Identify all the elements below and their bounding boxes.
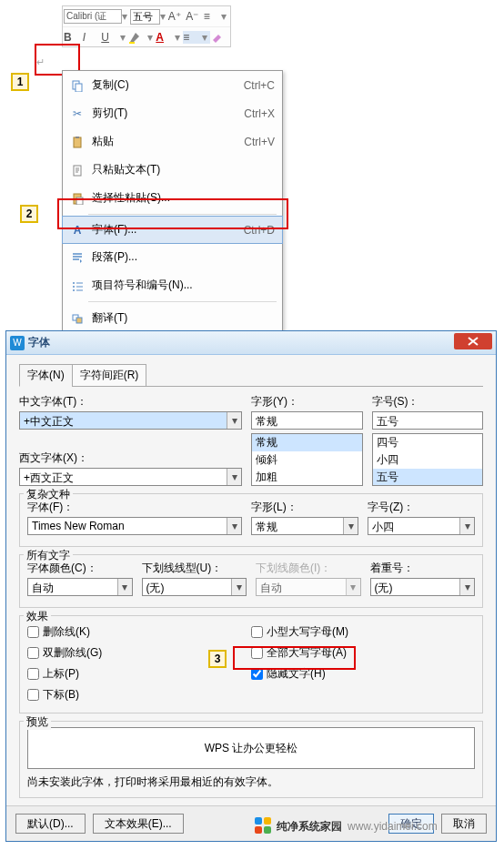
list-icon xyxy=(68,279,86,292)
menu-bullets[interactable]: 项目符号和编号(N)... xyxy=(63,271,282,299)
list-item[interactable]: 小四 xyxy=(373,451,483,469)
font-name-selector[interactable]: Calibri (证 xyxy=(64,9,122,24)
bold-button[interactable]: B xyxy=(64,31,83,44)
dialog-titlebar: W 字体 xyxy=(6,331,496,355)
chevron-down-icon: ▾ xyxy=(227,469,241,485)
dropdown-icon[interactable]: ▾ xyxy=(202,31,210,44)
list-item[interactable]: 倾斜 xyxy=(252,451,362,469)
style-input[interactable]: 常规 xyxy=(251,411,363,430)
style-listbox[interactable]: 常规 倾斜 加粗 xyxy=(251,433,363,486)
step-2-badge: 2 xyxy=(20,205,38,223)
tab-font[interactable]: 字体(N) xyxy=(19,364,73,387)
menu-paste[interactable]: 粘贴 Ctrl+V xyxy=(63,127,282,156)
svg-rect-0 xyxy=(129,42,135,44)
menu-label: 粘贴 xyxy=(86,134,244,149)
list-item[interactable]: 五号 xyxy=(373,469,483,486)
menu-cut[interactable]: ✂ 剪切(T) Ctrl+X xyxy=(63,99,282,127)
app-icon: W xyxy=(10,336,25,350)
chk-strike[interactable]: 删除线(K) xyxy=(27,624,191,640)
font-size-selector[interactable]: 五号 xyxy=(130,9,160,25)
chevron-down-icon: ▾ xyxy=(343,518,358,534)
font-dialog: W 字体 字体(N) 字符间距(R) 中文字体(T)： +中文正文▾ 字形(Y)… xyxy=(5,330,497,842)
en-font-label: 西文字体(X)： xyxy=(19,450,242,466)
chevron-down-icon: ▾ xyxy=(346,579,360,595)
chk-dbl-strike[interactable]: 双删除线(G) xyxy=(27,645,191,661)
menu-label: 只粘贴文本(T) xyxy=(86,162,275,177)
ul-style-label: 下划线线型(U)： xyxy=(142,561,247,576)
watermark-url: www.yidaimei.com xyxy=(348,820,438,833)
cancel-button[interactable]: 取消 xyxy=(441,814,487,834)
highlight-button[interactable] xyxy=(128,31,147,44)
ul-color-combo: 自动▾ xyxy=(256,578,361,596)
step-3-badge: 3 xyxy=(208,650,227,668)
dropdown-icon[interactable]: ▾ xyxy=(122,10,130,23)
line-spacing-button[interactable]: ≡ xyxy=(204,10,221,23)
cn-font-label: 中文字体(T)： xyxy=(19,394,242,410)
scissors-icon: ✂ xyxy=(68,107,86,120)
menu-shortcut: Ctrl+C xyxy=(244,79,275,92)
emphasis-combo[interactable]: (无)▾ xyxy=(370,578,476,596)
all-text-group: 所有文字 字体颜色(C)： 自动▾ 下划线线型(U)： (无)▾ 下划线颜色(I… xyxy=(19,554,483,608)
chevron-down-icon: ▾ xyxy=(231,579,246,595)
font-note: 尚未安装此字体，打印时将采用最相近的有效字体。 xyxy=(27,774,475,790)
dropdown-icon[interactable]: ▾ xyxy=(175,31,183,44)
dropdown-icon[interactable]: ▾ xyxy=(221,10,229,23)
menu-separator xyxy=(88,301,277,302)
cx-size-label: 字号(Z)： xyxy=(368,500,475,515)
cx-font-combo[interactable]: Times New Roman▾ xyxy=(27,517,242,535)
step-2-highlight xyxy=(57,198,288,229)
preview-box: WPS 让办公更轻松 xyxy=(27,727,475,769)
chk-sub[interactable]: 下标(B) xyxy=(27,687,191,703)
list-item[interactable]: 加粗 xyxy=(252,469,362,486)
logo-icon xyxy=(255,817,273,835)
italic-button[interactable]: I xyxy=(83,31,102,44)
dropdown-icon[interactable]: ▾ xyxy=(147,31,156,44)
paste-text-icon xyxy=(68,164,86,177)
all-text-legend: 所有文字 xyxy=(24,548,73,563)
size-input[interactable]: 五号 xyxy=(372,411,484,430)
close-button[interactable] xyxy=(454,333,492,349)
en-font-combo[interactable]: +西文正文▾ xyxy=(19,468,242,486)
list-item[interactable]: 四号 xyxy=(373,434,483,451)
list-item[interactable]: 常规 xyxy=(252,434,362,451)
menu-paragraph[interactable]: 段落(P)... xyxy=(63,243,282,271)
text-effect-button[interactable]: 文本效果(E)... xyxy=(93,814,184,834)
align-button[interactable]: ≡ xyxy=(183,31,202,44)
ul-color-label: 下划线颜色(I)： xyxy=(256,561,361,576)
complex-legend: 复杂文种 xyxy=(24,487,73,502)
dropdown-icon[interactable]: ▾ xyxy=(160,10,168,23)
size-listbox[interactable]: 四号 小四 五号 xyxy=(372,433,484,486)
menu-shortcut: Ctrl+V xyxy=(244,136,275,148)
cx-style-combo[interactable]: 常规▾ xyxy=(251,517,358,535)
color-combo[interactable]: 自动▾ xyxy=(27,578,133,596)
translate-icon xyxy=(68,312,86,325)
chk-super[interactable]: 上标(P) xyxy=(27,666,191,682)
shrink-font-button[interactable]: A⁻ xyxy=(186,10,203,23)
dialog-title: 字体 xyxy=(28,335,454,350)
menu-label: 项目符号和编号(N)... xyxy=(86,278,275,293)
underline-button[interactable]: U xyxy=(101,31,120,44)
svg-point-8 xyxy=(73,282,75,284)
svg-rect-2 xyxy=(76,84,82,92)
default-button[interactable]: 默认(D)... xyxy=(15,814,86,834)
cn-font-combo[interactable]: +中文正文▾ xyxy=(19,411,242,430)
menu-paste-text[interactable]: 只粘贴文本(T) xyxy=(63,156,282,184)
dropdown-icon[interactable]: ▾ xyxy=(120,31,128,44)
menu-label: 段落(P)... xyxy=(86,249,275,265)
cx-size-combo[interactable]: 小四▾ xyxy=(368,517,475,535)
eraser-button[interactable] xyxy=(210,31,229,44)
svg-rect-4 xyxy=(76,137,79,138)
chevron-down-icon: ▾ xyxy=(227,518,241,534)
font-color-button[interactable]: A xyxy=(156,31,175,44)
ul-style-combo[interactable]: (无)▾ xyxy=(142,578,247,596)
step-3-highlight xyxy=(233,646,356,670)
menu-translate[interactable]: 翻译(T) xyxy=(63,304,282,332)
svg-point-9 xyxy=(73,286,75,288)
chevron-down-icon: ▾ xyxy=(117,579,132,595)
chk-smallcaps[interactable]: 小型大写字母(M) xyxy=(251,624,415,640)
svg-rect-12 xyxy=(76,318,82,323)
grow-font-button[interactable]: A⁺ xyxy=(168,10,186,23)
menu-shortcut: Ctrl+X xyxy=(244,107,275,120)
menu-copy[interactable]: 复制(C) Ctrl+C xyxy=(63,71,282,99)
tab-spacing[interactable]: 字符间距(R) xyxy=(72,364,147,387)
